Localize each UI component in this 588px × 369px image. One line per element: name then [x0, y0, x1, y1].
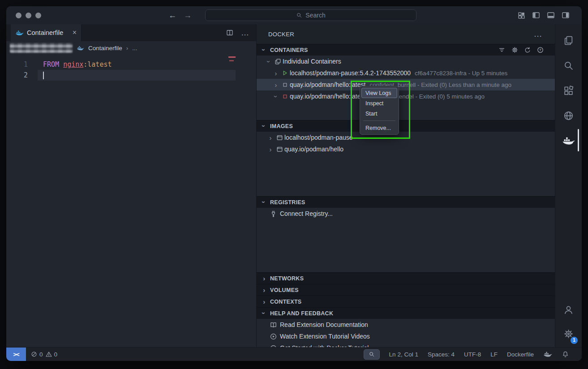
- filter-icon[interactable]: [498, 46, 506, 54]
- section-images[interactable]: IMAGES: [257, 120, 555, 132]
- activity-accounts[interactable]: [555, 297, 582, 322]
- files-icon: [563, 35, 574, 46]
- warning-triangle-icon: [45, 351, 52, 358]
- minimize-window-button[interactable]: [26, 13, 31, 18]
- docker-whale-icon[interactable]: [543, 351, 552, 358]
- help-item-docs[interactable]: Read Extension Documentation: [257, 319, 555, 330]
- play-icon: [280, 69, 290, 77]
- settings-badge: 1: [571, 337, 578, 344]
- refresh-icon[interactable]: [524, 47, 531, 54]
- activity-settings[interactable]: 1: [555, 322, 582, 347]
- indentation[interactable]: Spaces: 4: [428, 351, 455, 358]
- problems-errors[interactable]: 0: [30, 351, 43, 358]
- section-help-and-feedback[interactable]: HELP AND FEEDBACK: [257, 307, 555, 319]
- section-volumes[interactable]: VOLUMES: [257, 284, 555, 296]
- help-icon[interactable]: [536, 46, 544, 54]
- group-label: Individual Containers: [283, 58, 341, 65]
- chevron-down-icon: [260, 46, 268, 54]
- bell-icon[interactable]: [562, 351, 569, 358]
- menu-item-inspect[interactable]: Inspect: [361, 98, 397, 108]
- remote-indicator[interactable]: ><: [6, 348, 26, 361]
- activity-search[interactable]: [555, 53, 582, 78]
- zoom-status-button[interactable]: [364, 349, 380, 360]
- section-networks[interactable]: NETWORKS: [257, 272, 555, 284]
- breadcrumb-file[interactable]: Containerfile: [88, 45, 122, 51]
- image-item[interactable]: quay.io/podman/hello: [257, 143, 555, 155]
- activity-remote[interactable]: [555, 103, 582, 128]
- tab-bar: Containerfile × …: [6, 24, 256, 41]
- section-label: CONTEXTS: [270, 299, 301, 305]
- title-bar: ← → Search: [6, 6, 582, 24]
- redacted-path-blur: [10, 43, 73, 53]
- error-count: 0: [39, 351, 43, 358]
- image-name-token[interactable]: nginx: [63, 60, 83, 69]
- container-label: localhost/podman-pause:5.4.2-1743552000: [290, 69, 411, 77]
- active-view-indicator: [578, 129, 579, 151]
- docker-whale-icon: [77, 45, 84, 51]
- activity-explorer[interactable]: [555, 28, 582, 53]
- close-tab-icon[interactable]: ×: [73, 29, 77, 37]
- language-mode[interactable]: Dockerfile: [507, 351, 534, 358]
- code-line-active[interactable]: 2: [6, 70, 256, 81]
- container-item-selected[interactable]: quay.io/podman/hello:latest confident_bu…: [257, 79, 555, 90]
- book-icon: [268, 321, 278, 329]
- section-contexts[interactable]: CONTEXTS: [257, 296, 555, 307]
- help-label: Read Extension Documentation: [280, 321, 368, 328]
- chevron-right-icon[interactable]: [272, 81, 280, 89]
- gear-icon[interactable]: [511, 46, 519, 54]
- container-item-running[interactable]: localhost/podman-pause:5.4.2-1743552000 …: [257, 67, 555, 79]
- eol-sequence[interactable]: LF: [490, 351, 498, 358]
- chevron-right-icon[interactable]: [266, 146, 275, 153]
- breadcrumb-more[interactable]: ...: [132, 45, 137, 51]
- connect-registry-item[interactable]: Connect Registry...: [257, 208, 555, 219]
- menu-item-remove[interactable]: Remove...: [361, 123, 397, 133]
- back-arrow-icon[interactable]: ←: [168, 11, 176, 20]
- chevron-right-icon[interactable]: [272, 69, 280, 77]
- docker-whale-icon: [562, 136, 575, 146]
- problems-warnings[interactable]: 0: [45, 351, 58, 358]
- help-item-videos[interactable]: Watch Extension Tutorial Videos: [257, 330, 555, 342]
- close-window-button[interactable]: [16, 13, 21, 18]
- docker-whale-icon: [15, 30, 24, 36]
- globe-icon: [563, 110, 574, 121]
- chevron-down-icon[interactable]: [272, 93, 280, 100]
- chevron-right-icon[interactable]: [266, 134, 275, 142]
- chevron-down-icon[interactable]: [265, 58, 273, 65]
- container-item-exited[interactable]: quay.io/podman/hello:latest pensive_mend…: [257, 90, 555, 102]
- encoding[interactable]: UTF-8: [464, 351, 481, 358]
- chevron-down-icon: [260, 122, 268, 130]
- maximize-window-button[interactable]: [35, 13, 41, 18]
- image-tag-token: :latest: [83, 60, 112, 69]
- forward-arrow-icon[interactable]: →: [184, 11, 192, 20]
- context-menu: View Logs Inspect Start Remove...: [360, 86, 399, 135]
- toggle-panel-icon[interactable]: [546, 11, 555, 20]
- layout-controls: [517, 11, 570, 20]
- more-actions-icon[interactable]: …: [241, 31, 249, 34]
- menu-separator: [363, 120, 395, 121]
- menu-item-view-logs[interactable]: View Logs: [361, 88, 397, 98]
- docker-panel: DOCKER … CONTAINERS Ind: [256, 24, 555, 347]
- customize-layout-icon[interactable]: [517, 11, 526, 20]
- menu-item-start[interactable]: Start: [361, 108, 397, 119]
- section-registries[interactable]: REGISTRIES: [257, 196, 555, 208]
- code-editor[interactable]: 1 FROM nginx :latest 2: [6, 55, 256, 347]
- activity-extensions[interactable]: [555, 78, 582, 103]
- split-editor-icon[interactable]: [226, 29, 234, 37]
- image-item[interactable]: localhost/podman-pause: [257, 132, 555, 143]
- panel-title: DOCKER: [268, 31, 294, 38]
- code-line[interactable]: 1 FROM nginx :latest: [6, 59, 256, 70]
- toggle-primary-sidebar-icon[interactable]: [532, 11, 541, 20]
- help-item-tutorial[interactable]: Get Started with Docker Tutorial: [257, 342, 555, 347]
- stopped-container-icon: [280, 82, 290, 88]
- plug-icon: [268, 210, 278, 218]
- toggle-secondary-sidebar-icon[interactable]: [561, 11, 570, 20]
- editor-group: Containerfile × … Containerfile › ... 1: [6, 24, 256, 347]
- cursor-position[interactable]: Ln 2, Col 1: [389, 351, 418, 358]
- tree-group-individual-containers[interactable]: Individual Containers: [257, 56, 555, 67]
- more-actions-icon[interactable]: …: [534, 32, 542, 36]
- command-center-search[interactable]: Search: [205, 9, 416, 21]
- images-tree: localhost/podman-pause quay.io/podman/he…: [257, 132, 555, 196]
- tab-containerfile[interactable]: Containerfile ×: [11, 24, 82, 41]
- section-containers[interactable]: CONTAINERS: [257, 44, 555, 56]
- editor-actions: …: [226, 24, 256, 41]
